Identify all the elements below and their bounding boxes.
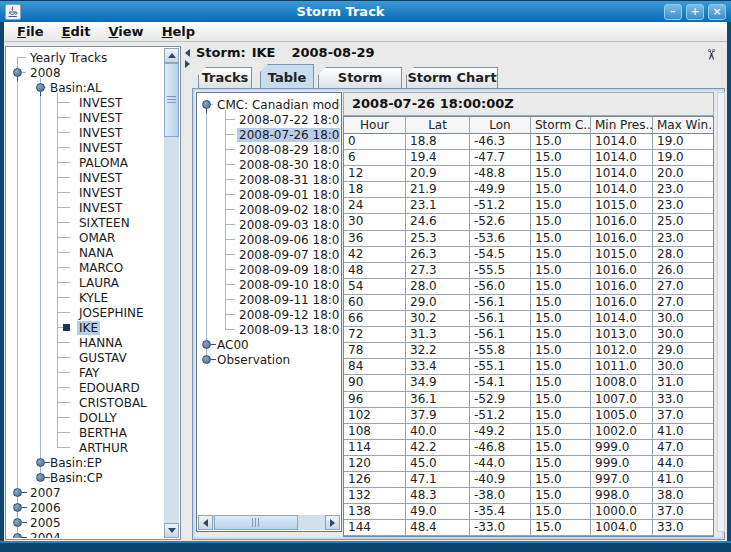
tree-item-basin-cp[interactable]: Basin:CP xyxy=(48,471,104,485)
scroll-left-button[interactable] xyxy=(198,515,213,530)
column-header-min-pres-[interactable]: Min Pres... xyxy=(591,117,653,134)
column-header-lat[interactable]: Lat xyxy=(406,117,470,134)
table-row[interactable]: 6029.0-56.115.01016.027.0 xyxy=(344,295,713,311)
tree-item-2007[interactable]: 2007 xyxy=(28,486,63,500)
column-header-lon[interactable]: Lon xyxy=(470,117,531,134)
storm-tree-vertical-scrollbar[interactable] xyxy=(164,48,179,538)
tree-item-2008-07-22-18-00-00z[interactable]: 2008-07-22 18:00:00Z xyxy=(237,113,340,127)
tree-item-fay[interactable]: FAY xyxy=(77,366,101,380)
menu-help[interactable]: Help xyxy=(153,23,204,40)
tree-item-basin-al[interactable]: Basin:AL xyxy=(48,81,104,95)
tree-item-ac00[interactable]: AC00 xyxy=(215,338,251,352)
menu-view[interactable]: View xyxy=(100,23,153,40)
tab-storm-chart-2[interactable]: Storm Chart xyxy=(406,67,498,88)
minimize-button[interactable]: – xyxy=(664,4,682,20)
table-row[interactable]: 12045.0-44.015.0999.044.0 xyxy=(344,456,713,472)
tree-collapse-handle-icon[interactable] xyxy=(36,83,45,92)
table-vertical-scrollbar-track[interactable] xyxy=(717,92,725,532)
tree-item-invest[interactable]: INVEST xyxy=(77,141,124,155)
table-row[interactable]: 4226.3-54.515.01015.028.0 xyxy=(344,247,713,263)
scroll-right-button[interactable] xyxy=(325,515,340,530)
table-row[interactable]: 3024.6-52.615.01016.025.0 xyxy=(344,214,713,230)
column-header-hour[interactable]: Hour xyxy=(344,117,406,134)
menu-file[interactable]: File xyxy=(8,23,53,40)
tree-item-2008-09-12-18-00-00z[interactable]: 2008-09-12 18:00:00Z xyxy=(237,308,340,322)
tree-item-arthur[interactable]: ARTHUR xyxy=(77,441,130,455)
tree-item-2008-09-03-18-00-00z[interactable]: 2008-09-03 18:00:00Z xyxy=(237,218,340,232)
tree-expand-handle-icon[interactable] xyxy=(13,488,22,497)
tree-item-2008-08-30-18-00-00z[interactable]: 2008-08-30 18:00:00Z xyxy=(237,158,340,172)
tree-expand-handle-icon[interactable] xyxy=(202,340,211,349)
tree-item-cmc-canadian-model[interactable]: CMC: Canadian model xyxy=(215,98,340,112)
titlebar[interactable]: Storm Track – + × xyxy=(0,0,731,22)
table-row[interactable]: 13849.0-35.415.01000.037.0 xyxy=(344,504,713,520)
tree-item-2008-09-06-18-00-00z[interactable]: 2008-09-06 18:00:00Z xyxy=(237,233,340,247)
tree-item-2008-09-13-18-00-00z[interactable]: 2008-09-13 18:00:00Z xyxy=(237,323,340,337)
tree-item-hanna[interactable]: HANNA xyxy=(77,336,124,350)
table-row[interactable]: 3625.3-53.615.01016.023.0 xyxy=(344,231,713,247)
tree-item-marco[interactable]: MARCO xyxy=(77,261,125,275)
table-row[interactable]: 1220.9-48.815.01014.020.0 xyxy=(344,166,713,182)
table-row[interactable]: 10237.9-51.215.01005.037.0 xyxy=(344,408,713,424)
tree-item-nana[interactable]: NANA xyxy=(77,246,115,260)
tree-item-bertha[interactable]: BERTHA xyxy=(77,426,129,440)
table-row[interactable]: 13248.3-38.015.0998.038.0 xyxy=(344,488,713,504)
table-row[interactable]: 7832.2-55.815.01012.029.0 xyxy=(344,343,713,359)
tree-item-2008-08-29-18-00-00z[interactable]: 2008-08-29 18:00:00Z xyxy=(237,143,340,157)
tree-item-2008-09-11-18-00-00z[interactable]: 2008-09-11 18:00:00Z xyxy=(237,293,340,307)
table-row[interactable]: 9636.1-52.915.01007.033.0 xyxy=(344,392,713,408)
tree-item-2005[interactable]: 2005 xyxy=(28,516,63,530)
column-header-max-win-[interactable]: Max Win... xyxy=(653,117,713,134)
scroll-up-button[interactable] xyxy=(164,48,179,63)
tree-item-omar[interactable]: OMAR xyxy=(77,231,117,245)
tree-item-2008[interactable]: 2008 xyxy=(28,66,63,80)
tree-item-invest[interactable]: INVEST xyxy=(77,96,124,110)
tree-expand-handle-icon[interactable] xyxy=(13,533,22,538)
tree-item-invest[interactable]: INVEST xyxy=(77,111,124,125)
split-collapse-right-icon[interactable] xyxy=(185,60,190,68)
tree-item-gustav[interactable]: GUSTAV xyxy=(77,351,129,365)
tree-expand-handle-icon[interactable] xyxy=(36,473,45,482)
table-row[interactable]: 14448.4-33.015.01004.033.0 xyxy=(344,520,713,536)
close-button[interactable]: × xyxy=(708,4,726,20)
split-collapse-left-icon[interactable] xyxy=(185,49,190,57)
tree-item-dolly[interactable]: DOLLY xyxy=(77,411,119,425)
tab-storm-chart-1[interactable]: Storm Chart xyxy=(318,67,402,88)
tree-item-basin-ep[interactable]: Basin:EP xyxy=(48,456,104,470)
tree-item-2008-09-09-18-00-00z[interactable]: 2008-09-09 18:00:00Z xyxy=(237,263,340,277)
tree-item-2008-09-10-18-00-00z[interactable]: 2008-09-10 18:00:00Z xyxy=(237,278,340,292)
model-tree-horizontal-scrollbar[interactable] xyxy=(198,515,340,530)
tree-item-sixteen[interactable]: SIXTEEN xyxy=(77,216,132,230)
tree-item-2008-09-01-18-00-00z[interactable]: 2008-09-01 18:00:00Z xyxy=(237,188,340,202)
tree-item-edouard[interactable]: EDOUARD xyxy=(77,381,142,395)
tree-item-yearly-tracks[interactable]: Yearly Tracks xyxy=(28,51,109,65)
tab-table[interactable]: Table xyxy=(260,64,314,88)
cut-scissors-icon[interactable]: ✂ xyxy=(703,49,721,62)
menu-edit[interactable]: Edit xyxy=(53,23,100,40)
tree-item-observation[interactable]: Observation xyxy=(215,353,292,367)
tree-item-2004[interactable]: 2004 xyxy=(28,531,63,538)
tree-collapse-handle-icon[interactable] xyxy=(202,100,211,109)
table-row[interactable]: 10840.0-49.215.01002.041.0 xyxy=(344,424,713,440)
tree-item-paloma[interactable]: PALOMA xyxy=(77,156,130,170)
tree-item-2008-09-07-18-00-00z[interactable]: 2008-09-07 18:00:00Z xyxy=(237,248,340,262)
table-row[interactable]: 9034.9-54.115.01008.031.0 xyxy=(344,375,713,391)
tree-expand-handle-icon[interactable] xyxy=(13,518,22,527)
tree-expand-handle-icon[interactable] xyxy=(13,503,22,512)
column-header-storm-c-[interactable]: Storm C... xyxy=(531,117,591,134)
scrollbar-thumb[interactable] xyxy=(164,63,179,137)
tree-item-invest[interactable]: INVEST xyxy=(77,171,124,185)
scroll-down-button[interactable] xyxy=(164,523,179,538)
table-row[interactable]: 619.4-47.715.01014.019.0 xyxy=(344,150,713,166)
table-row[interactable]: 1821.9-49.915.01014.023.0 xyxy=(344,182,713,198)
tree-item-invest[interactable]: INVEST xyxy=(77,126,124,140)
table-row[interactable]: 8433.4-55.115.01011.030.0 xyxy=(344,359,713,375)
tree-item-2008-07-26-18-00-00z[interactable]: 2008-07-26 18:00:00Z xyxy=(237,128,340,142)
tree-item-2008-08-31-18-00-00z[interactable]: 2008-08-31 18:00:00Z xyxy=(237,173,340,187)
table-row[interactable]: 5428.0-56.015.01016.027.0 xyxy=(344,279,713,295)
tree-item-invest[interactable]: INVEST xyxy=(77,201,124,215)
tree-item-ike[interactable]: IKE xyxy=(77,321,100,335)
table-row[interactable]: 018.8-46.315.01014.019.0 xyxy=(344,134,713,150)
tree-item-2008-09-02-18-00-00z[interactable]: 2008-09-02 18:00:00Z xyxy=(237,203,340,217)
tree-collapse-handle-icon[interactable] xyxy=(13,68,22,77)
